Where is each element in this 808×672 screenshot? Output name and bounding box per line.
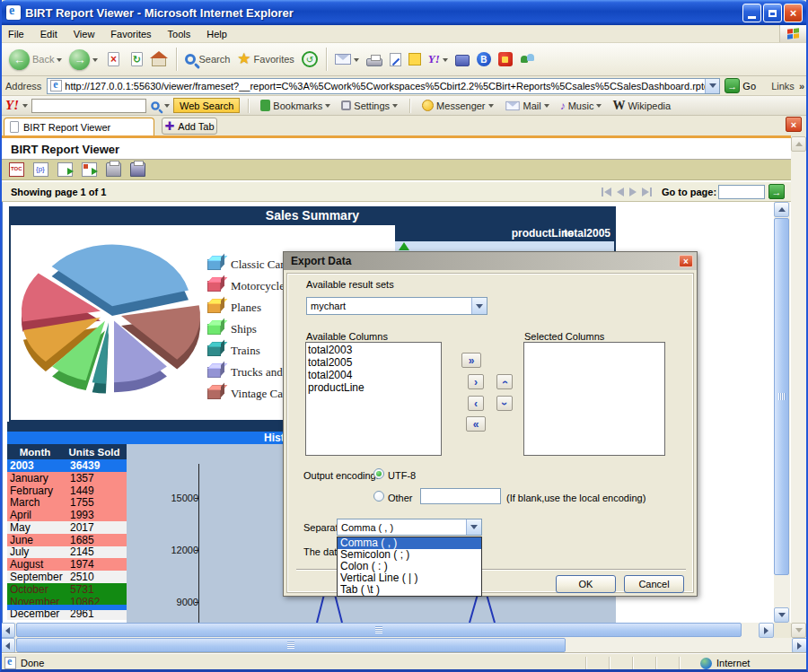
utf8-radio[interactable] <box>373 468 384 479</box>
forward-dropdown-icon[interactable] <box>92 58 98 65</box>
list-item[interactable]: total2003 <box>308 344 441 356</box>
back-dropdown-icon[interactable] <box>57 58 62 65</box>
combobox-arrow-button[interactable] <box>471 298 487 314</box>
parameters-icon[interactable] <box>33 162 48 177</box>
export-data-icon[interactable] <box>57 162 73 177</box>
stop-button[interactable]: × <box>101 50 125 68</box>
bookmarks-button[interactable]: Bookmarks <box>257 99 334 112</box>
address-dropdown-button[interactable] <box>705 79 719 93</box>
menu-help[interactable]: Help <box>198 27 235 41</box>
frame-horizontal-scrollbar[interactable] <box>0 623 774 638</box>
yahoo-messenger-button[interactable]: Messenger <box>418 99 496 112</box>
tab-birt-report-viewer[interactable]: BIRT Report Viewer <box>4 118 154 135</box>
menu-favorites[interactable]: Favorites <box>102 27 159 41</box>
horizontal-scroll-thumb[interactable] <box>16 623 742 637</box>
ok-button[interactable]: OK <box>556 575 616 593</box>
separator-combobox[interactable]: Comma ( , ) <box>337 519 482 536</box>
forward-button[interactable]: → <box>66 48 101 72</box>
web-search-button[interactable]: Web Search <box>173 98 240 113</box>
window-horizontal-scrollbar[interactable] <box>0 638 808 653</box>
maximize-button[interactable] <box>763 4 782 22</box>
settings-dropdown-icon[interactable] <box>392 104 398 110</box>
wikipedia-button[interactable]: WWikipedia <box>609 98 674 114</box>
menu-tools[interactable]: Tools <box>160 27 199 41</box>
result-set-combobox[interactable]: mychart <box>306 297 487 315</box>
favorites-button[interactable]: ★ Favorites <box>233 50 298 68</box>
edit-button[interactable] <box>386 51 405 68</box>
print-report-icon[interactable] <box>106 162 121 177</box>
move-down-button[interactable]: › <box>496 396 513 411</box>
selected-columns-listbox[interactable] <box>523 342 665 456</box>
scroll-up-button[interactable] <box>791 136 806 152</box>
links-chevron-icon[interactable]: » <box>799 81 804 92</box>
move-up-button[interactable]: › <box>496 374 513 389</box>
window-vertical-scrollbar[interactable] <box>791 136 807 638</box>
home-button[interactable] <box>148 50 171 68</box>
toc-icon[interactable] <box>9 162 24 177</box>
menu-view[interactable]: View <box>66 27 103 41</box>
refresh-button[interactable]: ↻ <box>125 50 148 68</box>
scroll-right-button[interactable] <box>792 638 807 653</box>
add-tab-button[interactable]: ✚ Add Tab <box>162 118 217 135</box>
combobox-arrow-button[interactable] <box>466 519 481 535</box>
dropdown-option-tab[interactable]: Tab ( \t ) <box>338 584 481 596</box>
scroll-right-button[interactable] <box>759 623 774 638</box>
goto-page-button[interactable]: → <box>768 184 785 199</box>
horizontal-scroll-thumb[interactable] <box>16 638 566 652</box>
other-encoding-radio[interactable] <box>373 491 384 502</box>
yahoo-search-icon[interactable] <box>151 101 160 110</box>
print-button[interactable] <box>363 51 386 68</box>
yahoo-dropdown-icon[interactable] <box>443 58 448 65</box>
messenger-dropdown-icon[interactable] <box>488 104 494 110</box>
music-dropdown-icon[interactable] <box>596 104 602 110</box>
go-button[interactable]: → Go <box>725 78 756 93</box>
first-page-button[interactable] <box>602 188 611 196</box>
bookmarks-dropdown-icon[interactable] <box>325 104 330 110</box>
search-button[interactable]: Search <box>181 52 233 66</box>
list-item[interactable]: total2005 <box>308 356 441 369</box>
other-encoding-input[interactable] <box>420 488 501 504</box>
menu-file[interactable]: File <box>0 27 32 41</box>
move-right-button[interactable]: › <box>468 374 484 389</box>
mail-dropdown-icon[interactable] <box>354 58 359 65</box>
last-page-button[interactable] <box>642 188 652 196</box>
bluetooth-button[interactable]: B <box>473 50 495 68</box>
dialog-close-button[interactable]: × <box>679 255 693 267</box>
move-left-button[interactable]: ‹ <box>468 396 484 411</box>
yahoo-logo[interactable]: Y! <box>5 98 19 113</box>
close-button[interactable]: × <box>784 4 803 22</box>
yahoo-services-button[interactable]: Y! <box>425 50 452 68</box>
frame-vertical-scrollbar[interactable] <box>774 202 790 623</box>
security-button[interactable] <box>495 50 516 68</box>
scroll-left-button[interactable] <box>0 638 15 653</box>
yahoo-logo-dropdown-icon[interactable] <box>22 104 28 110</box>
move-all-left-button[interactable]: « <box>466 416 486 432</box>
minimize-button[interactable] <box>742 4 761 22</box>
yahoo-search-input[interactable] <box>31 99 146 113</box>
list-item[interactable]: total2004 <box>308 369 441 381</box>
scroll-down-button[interactable] <box>774 607 789 623</box>
yahoo-music-button[interactable]: ♪Music <box>557 99 606 113</box>
next-page-button[interactable] <box>629 188 637 196</box>
available-columns-listbox[interactable]: total2003 total2005 total2004 productLin… <box>305 342 442 456</box>
settings-button[interactable]: Settings <box>338 100 401 112</box>
scroll-down-button[interactable] <box>791 623 806 638</box>
move-all-right-button[interactable]: » <box>461 353 481 368</box>
address-input[interactable]: http://127.0.0.1:55630/viewer/frameset?_… <box>47 78 720 94</box>
export-report-icon[interactable] <box>82 162 97 177</box>
messenger-button[interactable] <box>516 50 540 68</box>
media-button[interactable] <box>452 51 473 68</box>
address-url[interactable]: http://127.0.0.1:55630/viewer/frameset?_… <box>65 81 705 92</box>
mail-button[interactable] <box>331 52 363 66</box>
vertical-scroll-thumb[interactable] <box>774 218 789 575</box>
dialog-title-bar[interactable]: Export Data × <box>284 252 697 270</box>
back-button[interactable]: ← Back <box>5 48 66 72</box>
yahoo-search-dropdown-icon[interactable] <box>164 104 170 110</box>
scroll-left-button[interactable] <box>0 623 15 638</box>
cancel-button[interactable]: Cancel <box>624 575 684 593</box>
print-server-icon[interactable] <box>130 162 145 177</box>
previous-page-button[interactable] <box>617 188 624 196</box>
history-button[interactable]: ↺ <box>298 49 321 69</box>
mail-dropdown-icon[interactable] <box>544 104 549 110</box>
links-label[interactable]: Links <box>771 81 795 92</box>
